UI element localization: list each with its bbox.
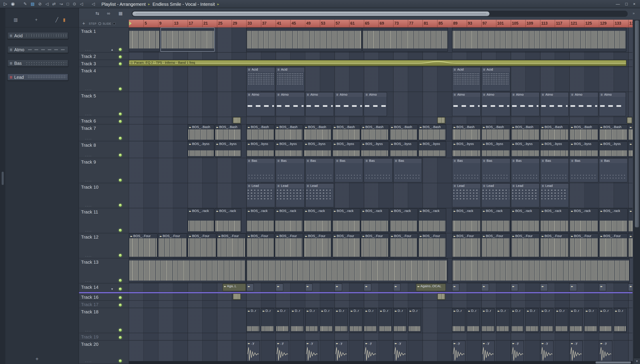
stretch-clip[interactable]: ▸▸Agains..OCAL: [416, 284, 446, 291]
preview-speaker-icon[interactable]: ◁: [80, 2, 83, 6]
audio-clip-bosbash[interactable]: ▸▸BOS_..Bash: [332, 124, 360, 140]
scroll-right-button[interactable]: »: [633, 12, 635, 15]
pattern-clip-lead[interactable]: ≣Lead: [276, 183, 304, 208]
pattern-clip-bas[interactable]: ≣Bas: [569, 158, 598, 182]
track-lane-20[interactable]: ▸▸..y▸▸..y▸▸..y▸▸..y▸▸..y▸▸..y▸▸..y▸▸..y…: [129, 340, 632, 364]
track-header-17[interactable]: Track 17: [79, 301, 129, 308]
stretch-clip[interactable]: ▸▸: [276, 284, 283, 291]
oneshot-clip[interactable]: ▸▸..y: [305, 340, 319, 363]
track-grip[interactable]: ····: [85, 205, 92, 208]
track-header-9[interactable]: Track 9····: [79, 158, 129, 183]
picker-add-icon[interactable]: +: [35, 18, 38, 22]
draw-tool-icon[interactable]: ✎: [24, 2, 27, 6]
pattern-clip-bas[interactable]: ≣Bas: [540, 158, 569, 182]
track-grip[interactable]: ····: [85, 154, 92, 158]
record-icon[interactable]: ◉: [11, 2, 15, 6]
playhead-marker[interactable]: [129, 21, 132, 26]
pattern-item-lead[interactable]: ≣Lead: [7, 74, 68, 80]
track-grip[interactable]: ····: [85, 180, 92, 183]
stretch-clip[interactable]: ▸▸: [364, 284, 371, 291]
audio-clip-bosfour[interactable]: ▸▸BOS_..Four: [217, 233, 246, 258]
track-header-6[interactable]: Track 6: [79, 117, 129, 124]
track-mute-led[interactable]: [119, 288, 122, 290]
pattern-clip-acid[interactable]: ≣Acid: [246, 67, 275, 91]
audio-clip-bosrack[interactable]: ▸▸BOS_..rack: [215, 208, 241, 232]
pattern-clip-bas[interactable]: ≣Bas: [364, 158, 393, 182]
audio-clip-bosbyss[interactable]: ▸▸BOS_..byss: [275, 142, 303, 157]
pattern-clip-bas[interactable]: ≣Bas: [305, 158, 334, 182]
track-lane-12[interactable]: ▸▸BOS_..Four▸▸BOS_..Four▸▸BOS_..Four▸▸BO…: [129, 233, 632, 258]
track-grip[interactable]: ····: [85, 255, 92, 258]
stretch-clip[interactable]: ▸▸: [334, 284, 342, 291]
pattern-clip-lead[interactable]: ≣Lead: [305, 183, 334, 208]
mute-tool-icon[interactable]: ⊘: [38, 2, 42, 6]
track-mute-led[interactable]: [119, 304, 122, 306]
audio-clip-bosrack[interactable]: ▸▸BOS_..rack: [187, 208, 214, 232]
track-mute-led[interactable]: [119, 279, 122, 282]
pattern-clip-atmo[interactable]: ≣Atmo: [599, 92, 626, 116]
track-lane-2[interactable]: [129, 52, 632, 60]
audio-clip-bosbash[interactable]: ▸▸BOS_..Bash: [452, 124, 481, 140]
audio-clip-bosbash[interactable]: ▸▸BOS_..Bash: [511, 124, 540, 140]
track-lane-13[interactable]: [129, 258, 632, 284]
audio-clip-bosfour[interactable]: ▸▸BOS_..Four: [452, 233, 481, 258]
audio-clip-bosrack[interactable]: ▸▸BOS_..rack: [569, 208, 598, 232]
pattern-clip-lead[interactable]: ≣Lead: [246, 183, 275, 208]
play-icon[interactable]: ▷: [4, 2, 7, 6]
track-collapse-arrow[interactable]: ▲: [111, 48, 114, 51]
audio-clip-bosfour[interactable]: ▸▸BOS_..Four: [304, 233, 332, 258]
audio-clip[interactable]: [246, 28, 362, 52]
audio-clip-bosbash[interactable]: ▸▸BOS_..Bash: [361, 124, 389, 140]
picker-waveform-icon[interactable]: ▥: [14, 18, 18, 22]
pattern-item-atmo[interactable]: ≣Atmo: [7, 46, 68, 53]
audio-clip-bosbash[interactable]: ▸▸BOS_..Bash: [187, 124, 214, 140]
pattern-item-acid[interactable]: ≣Acid: [7, 32, 68, 39]
oneshot-clip[interactable]: ▸▸..y: [599, 340, 612, 363]
audio-clip-dr[interactable]: ▸▸D..r: [276, 308, 289, 332]
track-lane-6[interactable]: [129, 117, 632, 124]
audio-clip[interactable]: [129, 258, 246, 282]
close-button[interactable]: ×: [633, 2, 635, 6]
track-header-2[interactable]: Track 2: [79, 52, 129, 60]
audio-clip-dr[interactable]: ▸▸D..r: [393, 308, 407, 332]
oneshot-clip[interactable]: ▸▸..y: [452, 340, 466, 363]
audio-clip-bosbash[interactable]: ▸▸BOS_..Bash: [628, 124, 633, 140]
arrange-mode-icon[interactable]: ⇆: [95, 11, 99, 16]
oneshot-clip[interactable]: ▸▸..y: [246, 340, 260, 363]
audio-clip-bosfour[interactable]: ▸▸BOS_..Four: [599, 233, 628, 258]
stretch-clip[interactable]: ▸▸Aga..L: [223, 284, 246, 291]
slide-tool-icon[interactable]: ↝: [59, 2, 63, 6]
pattern-clip-atmo[interactable]: ≣Atmo: [511, 92, 540, 116]
pattern-clip-bas[interactable]: ≣Bas: [276, 158, 304, 182]
track-header-10[interactable]: Track 10····: [79, 183, 129, 208]
audio-clip-bosrack[interactable]: ▸▸BOS_..rack: [389, 208, 418, 232]
track-lane-3[interactable]: ⊙Param. EQ 2 - TP5 - Inferno - Band 1 fr…: [129, 60, 632, 67]
track-header-11[interactable]: Track 11····: [79, 208, 129, 233]
audio-clip-bosbyss[interactable]: ▸▸BOS_..byss: [304, 142, 332, 157]
stretch-clip[interactable]: ▸▸: [511, 284, 518, 291]
mini-audio-clip[interactable]: [233, 117, 241, 124]
track-mute-led[interactable]: [119, 88, 122, 90]
audio-clip-bosfour[interactable]: ▸▸BOS_..Four: [540, 233, 569, 258]
track-grip[interactable]: ····: [85, 138, 92, 141]
clip-lane-area[interactable]: ⊙Param. EQ 2 - TP5 - Inferno - Band 1 fr…: [129, 28, 632, 364]
oneshot-clip[interactable]: ▸▸..y: [569, 340, 583, 363]
audio-clip-bosfour[interactable]: ▸▸BOS_..Four: [361, 233, 389, 258]
playback-tool-icon[interactable]: ◁: [45, 2, 49, 6]
pattern-clip-acid[interactable]: ≣Acid: [481, 67, 510, 91]
audio-clip-dr[interactable]: ▸▸D..r: [364, 308, 377, 332]
audio-clip-bosbyss[interactable]: ▸▸BOS_..byss: [511, 142, 540, 157]
slide-toggle[interactable]: [113, 22, 116, 25]
track-mute-led[interactable]: [119, 62, 122, 65]
track-header-12[interactable]: Track 12····: [79, 233, 129, 258]
audio-clip-bosbyss[interactable]: ▸▸BOS_..byss: [569, 142, 598, 157]
audio-clip-bosfour[interactable]: ▸▸BOS_..Four: [569, 233, 598, 258]
track-header-18[interactable]: Track 18····: [79, 308, 129, 333]
horizontal-scroll-thumb[interactable]: [132, 12, 490, 16]
audio-clip[interactable]: [246, 258, 448, 282]
stretch-clip[interactable]: ▸▸: [599, 284, 607, 291]
stretch-clip[interactable]: ▸▸: [393, 284, 401, 291]
maximize-button[interactable]: □: [625, 2, 628, 6]
picker-filter-icon[interactable]: ╱: [56, 18, 58, 22]
pattern-clip-bas[interactable]: ≣Bas: [246, 158, 275, 182]
